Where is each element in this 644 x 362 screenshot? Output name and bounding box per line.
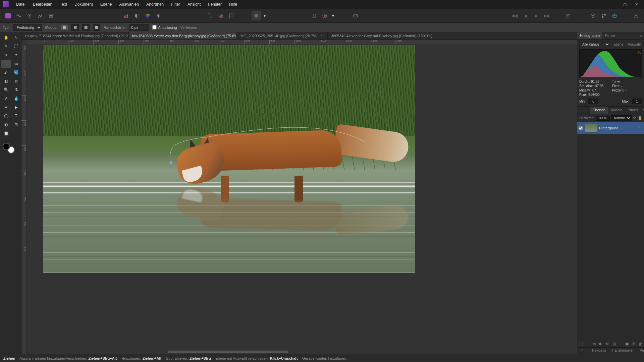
histogram-selection-button[interactable]: Auswahl [627, 42, 642, 47]
stock-icon[interactable] [588, 11, 598, 20]
panel-reorder-icon[interactable]: ⋮⋮ [577, 348, 589, 354]
marquee-selection-tool-icon[interactable]: ▭ [11, 60, 21, 68]
blend-mode-select[interactable]: Normal [611, 115, 632, 121]
doc-tab-2[interactable]: IMG_20200625_205140.jpg [Geändert] (20.7… [236, 32, 328, 39]
auto-contrast-icon[interactable] [132, 11, 142, 20]
add-live-filter-icon[interactable]: fx [605, 342, 610, 346]
resource-manager-icon[interactable] [599, 11, 608, 20]
user-account-icon[interactable] [631, 11, 641, 20]
menu-datei[interactable]: Datei [13, 1, 29, 8]
menu-ebene[interactable]: Ebene [97, 1, 115, 8]
layer-name-label[interactable]: Hintergrund [599, 126, 632, 130]
mesh-warp-tool-icon[interactable]: ⊞ [11, 121, 21, 129]
ruler-horizontal[interactable]: 0 100 200 300 400 500 600 700 800 900 10… [27, 40, 577, 45]
brushes-tab[interactable]: Pinsel [625, 107, 640, 114]
quick-mask-icon[interactable] [252, 11, 261, 20]
auto-levels-icon[interactable] [121, 11, 131, 20]
menu-ansicht[interactable]: Ansicht [184, 1, 204, 8]
max-input[interactable] [632, 99, 642, 104]
menu-auswaehlen[interactable]: Auswählen [116, 1, 142, 8]
maximize-button[interactable]: ▢ [620, 1, 630, 8]
panel-menu-icon[interactable]: ≡ [638, 32, 644, 39]
channels-tab[interactable]: Kanäle [608, 107, 625, 114]
layers-tab[interactable]: Ebenen [590, 107, 608, 114]
type-select[interactable]: Freihändig [13, 24, 42, 31]
mode-intersect-icon[interactable]: ▦ [93, 24, 100, 31]
erase-brush-tool-icon[interactable]: ◧ [1, 77, 11, 85]
snapping-icon[interactable] [309, 11, 319, 20]
foreground-color[interactable] [3, 143, 10, 150]
burn-tool-icon[interactable]: ⚗ [11, 86, 21, 94]
delete-layer-icon[interactable]: 🗑 [638, 342, 643, 346]
move-tool-icon[interactable]: ↖ [11, 34, 21, 42]
layer-thumbnail[interactable] [585, 124, 597, 132]
transform-tab[interactable]: Transformieren [609, 348, 637, 354]
layer-row[interactable]: Hintergrund ⬚◦ [577, 122, 644, 134]
min-input[interactable] [588, 99, 598, 104]
view-tool-icon[interactable]: ✋ [1, 34, 11, 42]
add-fill-layer-icon[interactable]: ▤ [612, 342, 616, 346]
tone-mapping-persona-icon[interactable] [36, 11, 45, 20]
selection-brush-tool-icon[interactable]: ⌖ [1, 51, 11, 59]
edit-all-layers-icon[interactable]: ⬚ [579, 342, 583, 346]
antialias-checkbox[interactable] [152, 25, 157, 29]
minimize-button[interactable]: — [608, 1, 619, 8]
histogram-layer-button[interactable]: Ebene [612, 42, 625, 47]
mode-add-icon[interactable]: ▦ [71, 24, 79, 31]
doc-tab-1[interactable]: fox-1540833 Yvette van den Berg pixabay.… [129, 32, 236, 39]
export-persona-icon[interactable] [46, 11, 56, 20]
snapping-dropdown-icon[interactable]: ▾ [331, 11, 335, 20]
layer-link-icon[interactable]: ⬚ [634, 126, 638, 130]
node-tool-icon[interactable]: ▶ [11, 103, 21, 111]
photo-persona-icon[interactable] [3, 11, 13, 20]
fill-tool-icon[interactable]: 🪣 [11, 68, 21, 76]
freehand-selection-tool-icon[interactable]: ⌇ [1, 60, 11, 68]
color-tab[interactable]: Farbe [602, 32, 618, 39]
gradient-tool-icon[interactable]: ◐ [1, 121, 11, 129]
auto-white-balance-icon[interactable] [154, 11, 163, 20]
quick-mask-dropdown-icon[interactable]: ▾ [262, 11, 267, 20]
ruler-vertical[interactable]: 100 200 300 400 500 600 700 800 900 [21, 45, 27, 354]
close-button[interactable]: ✕ [631, 1, 641, 8]
layer-visibility-checkbox[interactable] [579, 126, 583, 130]
add-pixel-layer-icon[interactable]: ⊞ [631, 342, 636, 346]
account-link-icon[interactable] [610, 11, 619, 20]
close-icon[interactable]: × [320, 34, 323, 38]
liquify-persona-icon[interactable] [14, 11, 23, 20]
selection-add-icon[interactable] [216, 11, 225, 20]
layer-lock-status-icon[interactable]: ◦ [639, 126, 643, 130]
selection-subtract-icon[interactable] [227, 11, 236, 20]
opacity-input[interactable] [596, 116, 610, 121]
histogram-tab[interactable]: Histogramm [577, 32, 602, 39]
blur-brush-tool-icon[interactable]: 💧 [11, 95, 21, 103]
menu-text[interactable]: Text [56, 1, 70, 8]
develop-persona-icon[interactable] [25, 11, 34, 20]
group-layers-icon[interactable]: ▣ [625, 342, 629, 346]
stock-tab[interactable]: Stock [640, 107, 644, 114]
pen-tool-icon[interactable]: ✒ [1, 103, 11, 111]
mode-new-icon[interactable]: ▦ [61, 24, 68, 31]
color-swatches[interactable] [1, 141, 21, 155]
selection-new-icon[interactable] [205, 11, 215, 20]
zoom-tool-icon[interactable]: 🔲 [1, 129, 11, 137]
add-mask-layer-icon[interactable]: ▭ [592, 342, 596, 346]
histogram-channel-select[interactable]: Alle Kanäle [579, 42, 610, 47]
dodge-tool-icon[interactable]: 🔍 [1, 86, 11, 94]
feather-input[interactable] [129, 24, 149, 31]
flood-select-tool-icon[interactable]: ✦ [11, 51, 21, 59]
menu-dokument[interactable]: Dokument [71, 1, 96, 8]
force-pixel-alignment-icon[interactable] [320, 11, 329, 20]
menu-anordnen[interactable]: Anordnen [143, 1, 167, 8]
layer-list[interactable]: Hintergrund ⬚◦ [577, 122, 644, 340]
color-picker-tool-icon[interactable]: ✎ [1, 42, 11, 50]
auto-colors-icon[interactable] [143, 11, 152, 20]
viewport[interactable] [27, 45, 577, 354]
refine-button[interactable]: Verfeinern… [180, 25, 201, 29]
text-tool-icon[interactable]: T [11, 112, 21, 120]
inpainting-brush-tool-icon[interactable]: ✐ [1, 95, 11, 103]
menu-hilfe[interactable]: Hilfe [226, 1, 240, 8]
add-adjustment-layer-icon[interactable]: ◐ [598, 342, 603, 346]
shape-tool-icon[interactable]: ◯ [1, 112, 11, 120]
paint-brush-tool-icon[interactable]: 🖌 [1, 68, 11, 76]
menu-filter[interactable]: Filter [168, 1, 183, 8]
